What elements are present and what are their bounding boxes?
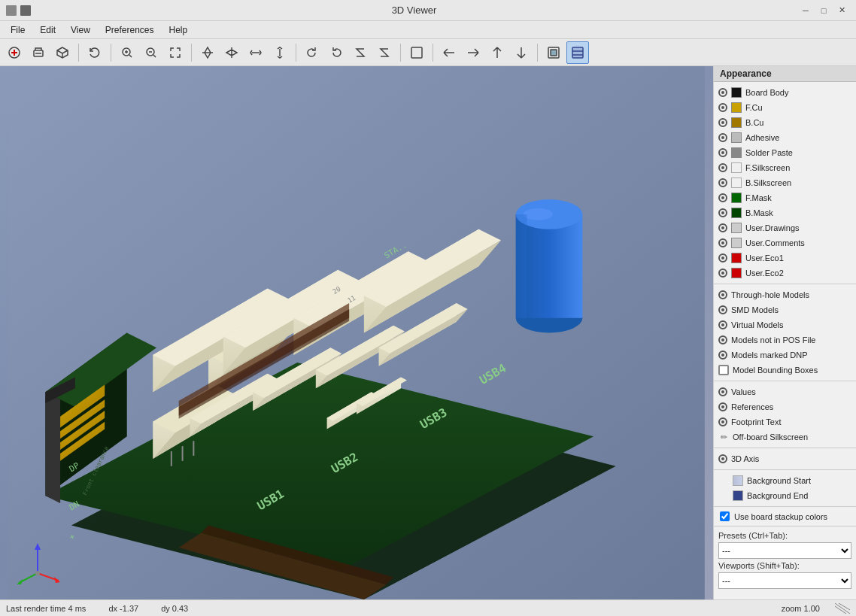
bmask-color[interactable] xyxy=(731,208,742,218)
offboard-silk-visibility[interactable]: ✏ xyxy=(718,432,729,442)
layer-solder-paste: Solder Paste xyxy=(714,145,856,160)
viewports-select[interactable]: --- xyxy=(718,572,851,589)
virtual-models-visibility[interactable] xyxy=(718,320,727,329)
background-end-color[interactable] xyxy=(733,490,743,501)
board-body-color[interactable] xyxy=(731,87,742,98)
through-hole-label: Through-hole Models xyxy=(731,290,851,299)
bsilkscreen-visibility[interactable] xyxy=(718,178,727,187)
adhesive-visibility[interactable] xyxy=(718,133,727,142)
background-start-item: Background Start xyxy=(714,473,856,488)
menu-view[interactable]: View xyxy=(63,23,98,37)
separator7 xyxy=(537,44,538,62)
layer-bmask: B.Mask xyxy=(714,205,856,220)
bounding-boxes-visibility[interactable] xyxy=(718,365,729,375)
layer-user-eco2: User.Eco2 xyxy=(714,266,856,281)
values-visibility[interactable] xyxy=(718,387,727,396)
bmask-visibility[interactable] xyxy=(718,208,727,217)
fsilkscreen-visibility[interactable] xyxy=(718,163,727,172)
user-eco2-color[interactable] xyxy=(731,268,742,278)
rotate-ccw-button[interactable] xyxy=(325,41,348,64)
zoom-in-button[interactable] xyxy=(116,41,138,64)
maximize-button[interactable]: □ xyxy=(815,2,832,19)
flip-board-x[interactable] xyxy=(196,41,219,64)
presets-select[interactable]: --- xyxy=(718,542,851,559)
viewport-3d[interactable]: DP DN + Front clearance USB1 USB2 USB3 U… xyxy=(0,66,713,599)
axis-visibility[interactable] xyxy=(718,454,727,463)
user-comments-visibility[interactable] xyxy=(718,238,727,247)
undo-button[interactable] xyxy=(83,41,106,64)
values-label: Values xyxy=(731,387,851,396)
user-drawings-visibility[interactable] xyxy=(718,223,727,232)
user-eco2-visibility[interactable] xyxy=(718,269,727,278)
menu-edit[interactable]: Edit xyxy=(32,23,63,37)
use-board-stackup-label[interactable]: Use board stackup colors xyxy=(734,512,827,521)
layer-board-body: Board Body xyxy=(714,85,856,100)
bcu-label: B.Cu xyxy=(745,118,851,127)
zoom-value: zoom 1.00 xyxy=(782,604,820,613)
menu-help[interactable]: Help xyxy=(162,23,196,37)
minimize-button[interactable]: ─ xyxy=(797,2,814,19)
use-board-stackup-checkbox[interactable] xyxy=(720,511,730,521)
models-dnp-visibility[interactable] xyxy=(718,350,727,360)
rotate-cw-button[interactable] xyxy=(301,41,323,64)
adhesive-label: Adhesive xyxy=(745,133,851,142)
board-body-visibility[interactable] xyxy=(718,88,727,97)
fmask-color[interactable] xyxy=(731,193,742,203)
layer-user-comments: User.Comments xyxy=(714,235,856,250)
separator2 xyxy=(111,44,111,62)
layer-user-drawings: User.Drawings xyxy=(714,220,856,235)
rotate-x2-button[interactable] xyxy=(269,41,291,64)
rotate-z-button[interactable] xyxy=(349,41,372,64)
pan-right-button[interactable] xyxy=(462,41,484,64)
virtual-models-label: Virtual Models xyxy=(731,320,851,329)
print-button[interactable] xyxy=(27,41,50,64)
pan-down-button[interactable] xyxy=(510,41,533,64)
rotate-z2-button[interactable] xyxy=(373,41,396,64)
pan-up-button[interactable] xyxy=(486,41,508,64)
bcu-color[interactable] xyxy=(731,117,742,128)
user-eco2-label: User.Eco2 xyxy=(745,269,851,278)
bcu-visibility[interactable] xyxy=(718,118,727,127)
flip-board-x2[interactable] xyxy=(220,41,243,64)
svg-rect-7 xyxy=(572,47,583,58)
view-3d-button[interactable] xyxy=(51,41,74,64)
bsilkscreen-color[interactable] xyxy=(731,178,742,188)
user-drawings-color[interactable] xyxy=(731,223,742,233)
pan-left-button[interactable] xyxy=(438,41,460,64)
zoom-fit-button[interactable] xyxy=(164,41,187,64)
solder-paste-color[interactable] xyxy=(731,147,742,158)
layer-view-button[interactable] xyxy=(566,41,589,64)
smd-models-visibility[interactable] xyxy=(718,305,727,314)
through-hole-visibility[interactable] xyxy=(718,290,727,299)
background-start-color[interactable] xyxy=(733,475,743,486)
models-pos-visibility[interactable] xyxy=(718,335,727,344)
axis-indicator xyxy=(15,539,60,584)
fmask-visibility[interactable] xyxy=(718,193,727,202)
footprint-text-visibility[interactable] xyxy=(718,417,727,426)
board-view-button[interactable] xyxy=(542,41,565,64)
reset-view-button[interactable] xyxy=(405,41,428,64)
solder-paste-visibility[interactable] xyxy=(718,148,727,157)
layer-fsilkscreen: F.Silkscreen xyxy=(714,160,856,175)
adhesive-color[interactable] xyxy=(731,132,742,143)
user-eco1-visibility[interactable] xyxy=(718,253,727,262)
references-visibility[interactable] xyxy=(718,402,727,411)
user-eco1-color[interactable] xyxy=(731,253,742,263)
appearance-section-header: Appearance xyxy=(714,66,856,82)
rotate-x-button[interactable] xyxy=(244,41,267,64)
statusbar: Last render time 4 ms dx -1.37 dy 0.43 z… xyxy=(0,599,856,616)
fcu-visibility[interactable] xyxy=(718,103,727,112)
close-button[interactable]: ✕ xyxy=(833,2,850,19)
menubar: File Edit View Preferences Help xyxy=(0,21,856,39)
menu-file[interactable]: File xyxy=(3,23,32,37)
user-comments-color[interactable] xyxy=(731,238,742,248)
fsilkscreen-color[interactable] xyxy=(731,162,742,173)
fcu-color[interactable] xyxy=(731,102,742,113)
load-board-button[interactable] xyxy=(3,41,26,64)
zoom-out-button[interactable] xyxy=(140,41,162,64)
menu-preferences[interactable]: Preferences xyxy=(98,23,162,37)
divider2 xyxy=(714,381,856,381)
layer-3d-axis: 3D Axis xyxy=(714,451,856,466)
models-pos-label: Models not in POS File xyxy=(731,335,851,344)
svg-marker-77 xyxy=(35,543,41,550)
